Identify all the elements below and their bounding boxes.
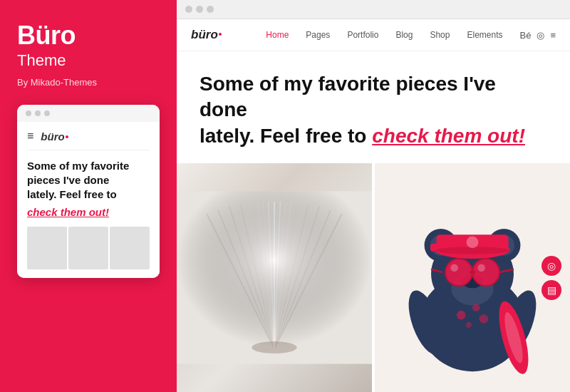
mobile-titlebar: [17, 105, 160, 122]
svg-point-46: [457, 311, 466, 320]
nav-home[interactable]: Home: [266, 30, 289, 40]
social-icon: ◎: [537, 30, 544, 41]
sidebar: Büro Theme By Mikado-Themes ≡ büro Some …: [0, 0, 177, 392]
theme-title: Büro: [17, 21, 160, 50]
theme-subtitle: Theme: [17, 51, 160, 70]
theme-author: By Mikado-Themes: [17, 77, 160, 88]
mobile-image-2: [68, 227, 108, 269]
mobile-heading: Some of my favorite pieces I've done lat…: [27, 159, 150, 202]
nav-blog[interactable]: Blog: [395, 30, 413, 40]
browser-dot-1: [185, 6, 192, 13]
website-cta-link[interactable]: check them out!: [372, 125, 525, 147]
nav-pages[interactable]: Pages: [306, 30, 330, 40]
svg-point-48: [466, 322, 472, 328]
website-heading: Some of my favorite pieces I've done lat…: [200, 71, 547, 149]
menu-icon[interactable]: ≡: [550, 30, 556, 41]
browser-dot-2: [196, 6, 203, 13]
mobile-dot-3: [44, 110, 50, 116]
nav-shop[interactable]: Shop: [430, 30, 450, 40]
website-logo-dot: [219, 33, 222, 36]
overlay-btn-1[interactable]: ◎: [542, 256, 561, 276]
svg-point-31: [467, 237, 479, 249]
svg-point-47: [472, 304, 480, 311]
bear-svg: [375, 163, 570, 392]
mobile-hamburger-icon[interactable]: ≡: [27, 130, 33, 142]
website-logo: büro: [191, 28, 222, 42]
svg-point-41: [477, 264, 485, 272]
portfolio-images-row: ◎ ▤: [177, 163, 570, 392]
mobile-nav: ≡ büro: [27, 130, 150, 150]
website-navbar: büro Home Pages Portfolio Blog Shop Elem…: [177, 19, 570, 51]
nav-portfolio[interactable]: Portfolio: [347, 30, 378, 40]
mobile-image-3: [110, 227, 150, 269]
bear-image: ◎ ▤: [375, 163, 570, 392]
book-svg: [177, 163, 372, 392]
mobile-content: ≡ büro Some of my favorite pieces I've d…: [17, 122, 160, 279]
mobile-dot-2: [35, 110, 41, 116]
browser-chrome: [177, 0, 570, 19]
logo-dot: [66, 135, 68, 138]
website-hero-text: Some of my favorite pieces I've done lat…: [177, 51, 570, 163]
mobile-dot-1: [26, 110, 31, 116]
overlay-btn-2[interactable]: ▤: [542, 280, 561, 300]
browser-dot-3: [207, 6, 214, 13]
svg-rect-19: [177, 191, 372, 363]
svg-rect-39: [470, 271, 475, 274]
mobile-cta-link[interactable]: check them out!: [27, 206, 150, 218]
mobile-images-row: [27, 227, 150, 269]
mobile-logo: büro: [41, 130, 68, 143]
nav-elements[interactable]: Elements: [467, 30, 502, 40]
svg-point-40: [450, 264, 458, 272]
svg-point-49: [479, 314, 488, 324]
mobile-preview-card: ≡ büro Some of my favorite pieces I've d…: [17, 105, 160, 279]
nav-icons: Bé ◎ ≡: [520, 30, 556, 41]
main-content: büro Home Pages Portfolio Blog Shop Elem…: [177, 0, 570, 392]
behance-icon: Bé: [520, 30, 532, 41]
overlay-buttons: ◎ ▤: [542, 256, 561, 300]
mobile-image-1: [27, 227, 67, 269]
book-image: [177, 163, 372, 392]
